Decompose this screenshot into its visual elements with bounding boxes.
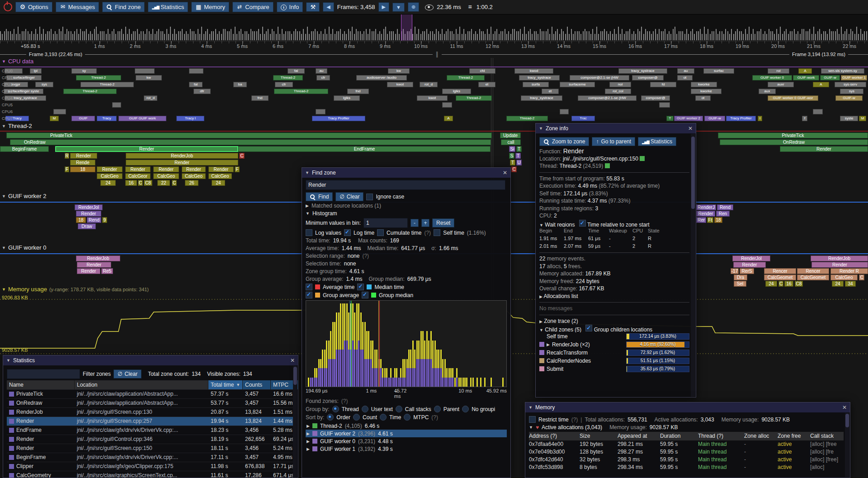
zone-sys[interactable]: sys	[840, 89, 863, 94]
zone-c[interactable]: C	[778, 281, 783, 287]
memory-column-appeared-at[interactable]: Appeared at	[618, 432, 660, 440]
zone-calcgeo[interactable]: CalcGeo	[208, 173, 232, 179]
zone-render[interactable]: Render	[126, 160, 238, 166]
zone-update[interactable]: Update	[500, 133, 521, 138]
zone-render[interactable]: Render	[77, 262, 111, 268]
histogram-plot[interactable]	[306, 300, 507, 387]
memory-column-zone-free[interactable]: Zone free	[778, 432, 810, 440]
stats-column-location[interactable]: Location	[75, 380, 208, 389]
zone-c8[interactable]: C8	[795, 281, 803, 287]
zone-renderjob[interactable]: RenderJob	[811, 256, 868, 261]
zone-block[interactable]	[560, 109, 569, 114]
zone-ot[interactable]: ot	[677, 75, 693, 80]
group-by-option-user-text[interactable]	[362, 406, 368, 412]
allocation-row[interactable]: 0x7dfc42d64032 bytes298.3 ms59.95 sMain …	[529, 456, 844, 464]
found-zone-group-guif-worker-2[interactable]: ▶GUIF worker 2(3,296)4.61 s	[306, 430, 507, 437]
zone-composer[interactable]: composer@	[632, 75, 664, 80]
filter-zones-input[interactable]	[7, 369, 80, 379]
zone-thread-2[interactable]: Thread-2	[274, 89, 328, 94]
child-zone-calcrendernodes[interactable]: CalcRenderNodes51.51 μs (1.15%)	[539, 357, 689, 365]
zone-call[interactable]: call	[501, 139, 521, 145]
zone-rencer[interactable]: Rencer	[797, 268, 829, 274]
self-time-checkbox[interactable]	[434, 229, 440, 236]
zone-17[interactable]: -17	[731, 268, 739, 274]
zone-guif-worker-2[interactable]: GUIF worker 2	[674, 116, 703, 121]
ignore-case-checkbox[interactable]	[366, 194, 373, 200]
zone-tracy-systrace[interactable]: tracy_systrace	[618, 68, 667, 74]
zone-onredraw[interactable]: OnRedraw	[10, 139, 491, 145]
zone-composer[interactable]: composer@	[641, 95, 670, 101]
clear-button[interactable]: ∅Clear	[335, 192, 363, 201]
memory-column-address[interactable]: Address (?)	[529, 432, 580, 440]
zone-surfac[interactable]: surfac	[703, 68, 734, 74]
zone-au[interactable]: au	[316, 68, 327, 74]
zone-aux[interactable]: aux	[759, 89, 776, 94]
close-icon[interactable]: ✕	[842, 404, 847, 411]
zone-ft[interactable]: Ft	[707, 217, 713, 223]
zone-f[interactable]: F	[235, 166, 240, 172]
zone-sel[interactable]: Sel	[734, 281, 746, 287]
stats-row-render[interactable]: Renderjni/../jni/src/guif/Control.cpp:34…	[7, 435, 294, 444]
scrollbar[interactable]	[293, 366, 297, 477]
zone-guif-guif-work[interactable]: GUIF GUIF work	[118, 116, 166, 121]
zone-block[interactable]	[813, 109, 823, 114]
zone-info-button-go-to-parent[interactable]: ↑Go to parent	[592, 137, 635, 146]
zone-sen-sis-system-sy[interactable]: sen-sis system-sy	[821, 68, 864, 74]
memory-titlebar[interactable]: ▼ Memory ✕	[525, 402, 850, 412]
stats-row-privatetick[interactable]: PrivateTickjni/../jni/src/claw/applicati…	[7, 390, 294, 399]
zone-u[interactable]: U	[516, 160, 522, 166]
zone-tracy-profiler[interactable]: Tracy Profiler	[726, 116, 756, 121]
zone-guif-worker-0[interactable]: GUIF worker 0	[752, 75, 792, 80]
zone-onredraw[interactable]: OnRedraw	[720, 139, 868, 145]
zone-surfa[interactable]: surfa	[523, 82, 549, 87]
sort-by-option-time[interactable]	[380, 414, 387, 421]
zone-beginframe[interactable]: BeginFrame	[0, 146, 49, 152]
zone-thread-2[interactable]: Thread-2	[76, 75, 121, 80]
wait-region-row[interactable]: 1.91 ms1.97 ms61 μs-2R	[539, 235, 689, 242]
zone-info-button-statistics[interactable]: Statistics	[638, 137, 676, 146]
zone-nol[interactable]: nol	[609, 82, 631, 87]
collapse-icon[interactable]: ▼	[539, 328, 543, 332]
group-by-option-call-stacks[interactable]	[396, 406, 402, 412]
zone-34[interactable]: 34	[845, 281, 856, 287]
zone-thread-2[interactable]: Thread-2	[456, 95, 492, 101]
clear-filter-button[interactable]: ∅Clear	[113, 369, 142, 379]
legend-checkbox-median-time[interactable]	[357, 284, 364, 290]
legend-checkbox-group-median[interactable]	[362, 292, 368, 298]
zone-block[interactable]	[659, 102, 670, 108]
allocation-row[interactable]: 0x7dfc53d8988 bytes298.34 ms59.95 sMain …	[529, 464, 844, 471]
legend-checkbox-group-average[interactable]	[306, 292, 312, 298]
zone-c[interactable]: C	[511, 166, 517, 172]
zone-kwot[interactable]: kwot	[417, 95, 448, 101]
zone-block[interactable]	[442, 102, 452, 108]
zone-fd[interactable]: fd	[650, 82, 676, 87]
zone-dfr[interactable]: dfr	[193, 89, 211, 94]
zone-composer-2-1-se-hw[interactable]: composer@2.1-se (HW	[570, 75, 629, 80]
zone-fnd[interactable]: fnd	[347, 89, 369, 94]
zone-kworke[interactable]: kworke	[691, 89, 722, 94]
scrollbar-thumb[interactable]	[691, 137, 695, 209]
log-values-checkbox[interactable]	[306, 229, 312, 236]
zone-kw[interactable]: kw	[388, 68, 410, 74]
stats-row-calcgeometry[interactable]: CalcGeometryjni/../jni/src/claw/graphics…	[7, 471, 294, 478]
zone-calcgeomet[interactable]: CalcGeomet	[797, 274, 829, 280]
zone-f[interactable]: f	[802, 116, 807, 121]
find-zone-titlebar[interactable]: ▼ Find zone ✕	[302, 168, 510, 178]
zone-info-titlebar[interactable]: ▼ Zone info ✕	[536, 123, 696, 133]
zone-t[interactable]: T	[510, 160, 515, 166]
thread-header-guif-worker-2[interactable]: ▼GUIF worker 2	[2, 193, 46, 199]
zone-cfd[interactable]: cfd	[469, 68, 495, 74]
zone-24[interactable]: 24	[832, 281, 844, 287]
zone-thread-2[interactable]: Thread-2	[63, 89, 117, 94]
zone-thread-2[interactable]: Thread-2	[506, 116, 548, 121]
zone-re5[interactable]: Re5	[101, 268, 113, 274]
stats-row-clipper[interactable]: Clipperjni/../jni/src/claw/gfx/geo/Clipp…	[7, 462, 294, 471]
increment-button[interactable]: +	[421, 219, 429, 227]
zone-render[interactable]: Render	[70, 153, 97, 159]
zone-fal[interactable]: fal	[189, 82, 203, 87]
stats-row-beginframe[interactable]: BeginFramejni/../jni/src/claw/gfx/drv/vk…	[7, 453, 294, 462]
scrollbar-thumb[interactable]	[293, 367, 297, 385]
zone-kwot[interactable]: kwot	[387, 82, 413, 87]
zone-sy[interactable]: sy	[71, 68, 97, 74]
zone-tracy-systrace[interactable]: tracy_systrace	[519, 75, 560, 80]
